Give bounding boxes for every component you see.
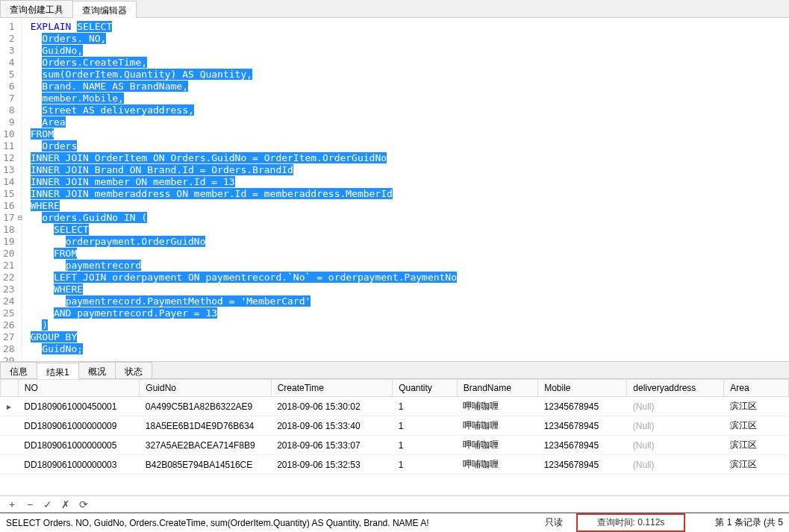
status-record-count: 第 1 条记录 (共 5 bbox=[691, 516, 783, 529]
col-no[interactable]: NO bbox=[18, 380, 140, 397]
refresh-btn[interactable]: ⟳ bbox=[78, 498, 90, 510]
fold-marker-icon[interactable]: ⊟ bbox=[18, 212, 22, 224]
table-row[interactable]: ▸DD18090610004500010A499C5B1A82B6322AE92… bbox=[1, 397, 789, 416]
tab-query-tool[interactable]: 查询创建工具 bbox=[0, 0, 73, 17]
table-row[interactable]: DD1809061000000003B42B085E794BA14516CE20… bbox=[1, 455, 789, 475]
col-createtime[interactable]: CreateTime bbox=[271, 380, 393, 397]
cancel-btn[interactable]: ✗ bbox=[60, 498, 72, 510]
status-readonly: 只读 bbox=[537, 516, 570, 529]
editor-gutter: 1234567891011121314151617⊟18192021222324… bbox=[0, 18, 22, 361]
result-grid: NO GuidNo CreateTime Quantity BrandName … bbox=[0, 379, 789, 475]
editor-top-tabs: 查询创建工具 查询编辑器 bbox=[0, 0, 789, 18]
sql-editor[interactable]: 1234567891011121314151617⊟18192021222324… bbox=[0, 18, 789, 361]
table-row[interactable]: DD1809061000000005327A5AE2BACEA714F8B920… bbox=[1, 436, 789, 455]
editor-code[interactable]: EXPLAIN SELECT Orders. NO, GuidNo, Order… bbox=[22, 18, 457, 361]
col-guidno[interactable]: GuidNo bbox=[140, 380, 271, 397]
tab-result1[interactable]: 结果1 bbox=[37, 363, 79, 379]
status-bar: SELECT Orders. NO, GuidNo, Orders.Create… bbox=[0, 513, 789, 532]
tab-status[interactable]: 状态 bbox=[115, 362, 152, 378]
tab-query-editor[interactable]: 查询编辑器 bbox=[72, 1, 137, 18]
col-brandname[interactable]: BrandName bbox=[457, 380, 537, 397]
result-tabs: 信息 结果1 概况 状态 bbox=[0, 361, 789, 379]
col-quantity[interactable]: Quantity bbox=[393, 380, 458, 397]
tab-info[interactable]: 信息 bbox=[0, 362, 37, 378]
status-sql-preview: SELECT Orders. NO, GuidNo, Orders.Create… bbox=[6, 518, 429, 528]
table-row[interactable]: DD180906100000000918A5EE6B1D4E9D76B63420… bbox=[1, 416, 789, 436]
col-mobile[interactable]: Mobile bbox=[538, 380, 627, 397]
add-row-btn[interactable]: + bbox=[6, 498, 18, 510]
result-grid-wrap[interactable]: NO GuidNo CreateTime Quantity BrandName … bbox=[0, 379, 789, 496]
apply-btn[interactable]: ✓ bbox=[42, 498, 54, 510]
tab-profile[interactable]: 概况 bbox=[78, 362, 116, 378]
delete-row-btn[interactable]: − bbox=[24, 498, 36, 510]
col-area[interactable]: Area bbox=[724, 380, 789, 397]
grid-nav: + − ✓ ✗ ⟳ bbox=[0, 496, 789, 513]
col-marker bbox=[1, 380, 19, 397]
status-query-time: 查询时间: 0.112s bbox=[576, 513, 686, 532]
col-deliveryaddress[interactable]: deliveryaddress bbox=[627, 380, 724, 397]
